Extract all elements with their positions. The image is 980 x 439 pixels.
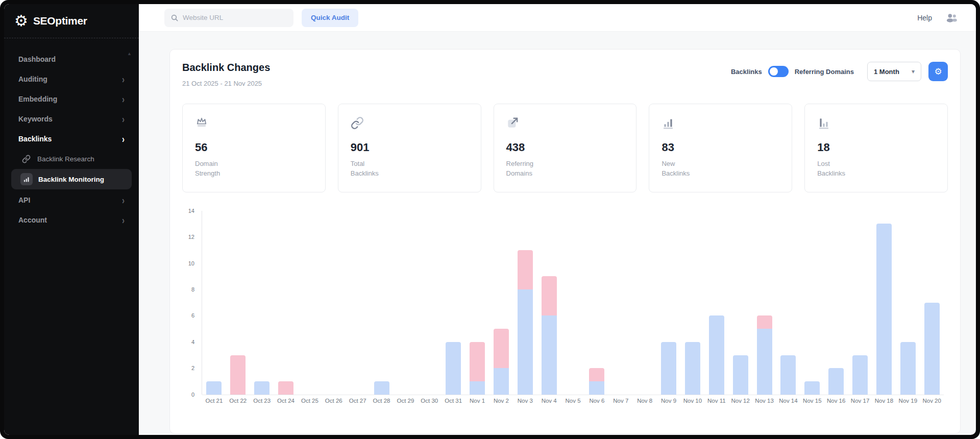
main-area: Quick Audit Help Backlink Changes 21 Oct… [139, 4, 976, 435]
logo-text: SEOptimer [33, 15, 87, 27]
new-backlinks-segment [804, 381, 820, 395]
bar-stack [254, 381, 270, 395]
x-tick-label: Nov 4 [542, 398, 557, 404]
new-backlinks-segment [661, 342, 676, 395]
lost-backlinks-segment [518, 250, 533, 289]
gear-icon: ⚙ [934, 66, 942, 77]
x-tick-label: Oct 24 [277, 398, 295, 404]
bar-slot: Oct 30 [418, 211, 442, 395]
link-icon [351, 115, 469, 130]
bar-stack [780, 355, 796, 395]
chevron-down-icon: ▾ [912, 68, 915, 75]
bar-stack [757, 315, 772, 394]
x-tick-label: Oct 31 [445, 398, 462, 404]
link-icon [20, 153, 32, 164]
stat-label: TotalBacklinks [351, 159, 469, 179]
sidebar-item-auditing[interactable]: Auditing › [11, 69, 132, 89]
new-backlinks-segment [828, 368, 844, 394]
bar-stack [852, 355, 868, 395]
chevron-right-icon: › [122, 214, 125, 225]
y-tick-label: 10 [188, 260, 194, 266]
bar-slot: Nov 11 [704, 211, 728, 395]
stat-card-new-backlinks: 83 NewBacklinks [649, 104, 792, 192]
x-tick-label: Oct 26 [325, 398, 342, 404]
sidebar-item-dashboard[interactable]: Dashboard [11, 50, 132, 69]
sidebar-item-api[interactable]: API › [11, 190, 132, 210]
stat-label: ReferringDomains [506, 159, 624, 179]
search-icon [170, 14, 179, 22]
sidebar-nav: Dashboard Auditing › Embedding › Keyword… [4, 41, 139, 230]
stat-card-referring-domains: 438 ReferringDomains [494, 104, 637, 192]
bar-slot: Nov 20 [920, 211, 944, 395]
panel-title: Backlink Changes [182, 62, 270, 74]
bar-slot: Nov 3 [513, 211, 537, 395]
x-tick-label: Nov 1 [470, 398, 485, 404]
stat-label: NewBacklinks [662, 159, 779, 179]
sidebar-item-account[interactable]: Account › [11, 210, 132, 230]
y-tick-label: 2 [191, 365, 194, 371]
new-backlinks-segment [900, 342, 916, 395]
backlinks-referring-toggle[interactable] [768, 66, 789, 77]
search-input[interactable] [183, 14, 287, 21]
lost-backlinks-segment [494, 329, 509, 368]
bar-slot: Oct 28 [370, 211, 394, 395]
sidebar-item-backlink-monitoring[interactable]: Backlink Monitoring [11, 169, 132, 189]
help-link[interactable]: Help [917, 14, 932, 22]
new-backlinks-segment [542, 315, 557, 394]
y-tick-label: 0 [191, 392, 194, 398]
chevron-right-icon: › [122, 73, 125, 84]
x-tick-label: Nov 3 [518, 398, 533, 404]
bar-slot: Nov 6 [585, 211, 609, 395]
x-tick-label: Nov 20 [922, 398, 941, 404]
new-backlinks-segment [374, 381, 389, 395]
account-avatar-icon[interactable] [945, 13, 958, 22]
bar-stack [876, 224, 892, 394]
new-backlinks-segment [446, 342, 461, 395]
bar-slot: Nov 10 [681, 211, 705, 395]
x-tick-label: Oct 28 [373, 398, 390, 404]
stat-value: 83 [662, 141, 779, 154]
stat-value: 438 [506, 141, 624, 154]
x-tick-label: Nov 19 [899, 398, 917, 404]
stat-card-domain-strength: 56 DomainStrength [182, 104, 326, 192]
sidebar-item-keywords[interactable]: Keywords › [11, 109, 132, 129]
new-backlinks-segment [470, 381, 485, 395]
sidebar-item-embedding[interactable]: Embedding › [11, 89, 132, 109]
period-dropdown[interactable]: 1 Month ▾ [867, 62, 921, 81]
bar-slot: Nov 8 [633, 211, 657, 395]
bar-slot: Nov 12 [728, 211, 752, 395]
x-tick-label: Nov 7 [613, 398, 628, 404]
new-backlinks-segment [876, 224, 892, 394]
stat-label: DomainStrength [195, 159, 313, 179]
seoptimer-gear-logo-icon: ⚙ [14, 13, 28, 29]
sidebar-item-backlinks[interactable]: Backlinks › [11, 129, 132, 149]
bar-stack [518, 250, 533, 395]
y-tick-label: 6 [191, 312, 194, 319]
x-tick-label: Oct 27 [349, 398, 366, 404]
sidebar-collapse-icon[interactable]: ▲ [127, 51, 132, 56]
toggle-knob [770, 67, 778, 76]
bar-slot: Oct 27 [346, 211, 370, 395]
x-tick-label: Nov 13 [755, 398, 773, 404]
external-arrow-icon [506, 115, 624, 130]
x-tick-label: Nov 10 [683, 398, 702, 404]
logo[interactable]: ⚙ SEOptimer [4, 4, 139, 37]
toggle-label-backlinks: Backlinks [731, 68, 762, 76]
stat-value: 18 [817, 141, 935, 154]
settings-button[interactable]: ⚙ [928, 62, 948, 81]
bar-stack [446, 342, 461, 395]
x-tick-label: Nov 2 [494, 398, 509, 404]
x-tick-label: Nov 11 [707, 398, 726, 404]
sidebar-item-backlink-research[interactable]: Backlink Research [11, 149, 132, 168]
website-url-search[interactable] [164, 9, 293, 27]
bar-stack [733, 355, 748, 395]
bar-slot: Oct 22 [226, 211, 250, 395]
x-tick-label: Oct 21 [205, 398, 223, 404]
quick-audit-button[interactable]: Quick Audit [302, 9, 358, 27]
chart-y-axis: 02468101214 [182, 211, 197, 395]
bar-chart-icon [20, 173, 33, 185]
bar-stack [206, 381, 222, 395]
new-backlinks-segment [852, 355, 868, 395]
bar-slot: Nov 16 [824, 211, 848, 395]
sidebar-divider [4, 38, 139, 38]
